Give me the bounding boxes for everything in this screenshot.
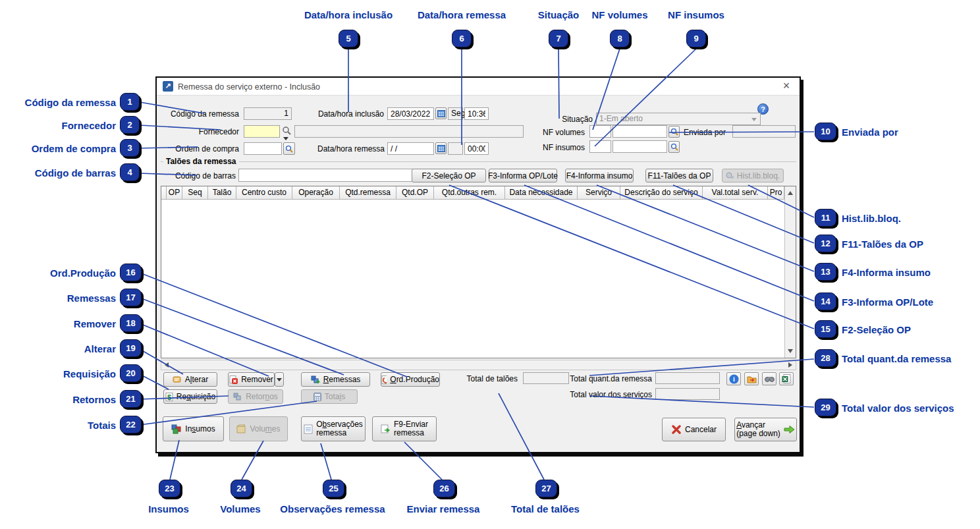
callout-label-13: F4-Informa insumo	[842, 267, 931, 278]
nf-volumes-serie-input[interactable]	[589, 125, 611, 138]
callout-label-18: Remover	[74, 318, 116, 329]
taloes-table[interactable]: OP Seq Talão Centro custo Operação Qtd.r…	[161, 186, 796, 358]
total-quant-label: Total quant.da remessa	[558, 374, 652, 384]
observacoes-remessa-button[interactable]: Observações remessa	[301, 416, 366, 441]
search-icon	[285, 145, 293, 153]
callout-badge-26: 26	[433, 480, 455, 497]
app-icon: ↗	[163, 81, 173, 92]
calendar-icon	[437, 144, 445, 152]
callout-badge-18: 18	[120, 314, 142, 332]
export-button[interactable]	[744, 372, 759, 385]
nf-insumos-serie-input[interactable]	[589, 140, 611, 153]
table-col-op[interactable]: OP	[167, 186, 182, 200]
binoculars-icon	[765, 375, 775, 383]
f2-selecao-op-button[interactable]: F2-Seleção OP	[412, 169, 486, 182]
callout-label-7: Situação	[538, 9, 580, 20]
notepad-icon	[304, 424, 313, 434]
hist-lib-bloq-button[interactable]: Hist.lib.bloq.	[722, 169, 784, 182]
remover-button[interactable]: Remover	[228, 372, 275, 387]
nf-insumos-search-button[interactable]	[668, 141, 680, 153]
alterar-button[interactable]: Alterar	[163, 372, 217, 387]
table-col-qtd-remessa[interactable]: Qtd.remessa	[340, 186, 396, 200]
callout-badge-1: 1	[120, 93, 140, 111]
cancelar-button[interactable]: Cancelar	[662, 418, 726, 441]
callout-badge-28: 28	[815, 349, 836, 367]
callout-label-2: Fornecedor	[61, 120, 116, 131]
insumos-button[interactable]: Insumos	[163, 416, 224, 441]
remessas-button[interactable]: Remessas	[301, 372, 370, 387]
horizontal-scrollbar[interactable]	[161, 360, 796, 370]
callout-label-22: Totais	[88, 420, 116, 431]
avancar-button[interactable]: Avançar (page down)	[734, 418, 797, 441]
table-col-talao[interactable]: Talão	[208, 186, 236, 200]
search-icon[interactable]	[282, 126, 292, 136]
fornecedor-code-input[interactable]	[244, 125, 280, 138]
situacao-select[interactable]: 1-Em aberto	[596, 113, 761, 125]
scroll-right-icon[interactable]	[788, 362, 792, 368]
f4-informa-insumo-button[interactable]: F4-Informa insumo	[565, 169, 634, 182]
volumes-button[interactable]: Volumes	[229, 416, 288, 441]
f9-enviar-remessa-button[interactable]: F9-Enviar remessa	[372, 416, 437, 441]
table-col-centro-custo[interactable]: Centro custo	[236, 186, 292, 200]
data-remessa-calendar-button[interactable]	[435, 142, 447, 154]
requisicao-button[interactable]: $ Requisição	[163, 389, 217, 404]
table-col-qtd-op[interactable]: Qtd.OP	[396, 186, 434, 200]
data-remessa-date-input[interactable]	[387, 142, 434, 155]
scroll-up-icon[interactable]	[788, 191, 793, 195]
nf-volumes-search-button[interactable]	[668, 126, 680, 138]
callout-label-28: Total quant.da remessa	[842, 353, 951, 364]
callout-badge-23: 23	[159, 480, 180, 497]
ordem-compra-input[interactable]	[244, 142, 282, 155]
table-col-servico[interactable]: Serviço	[578, 186, 620, 200]
callout-badge-4: 4	[120, 163, 140, 181]
info-button[interactable]: i	[726, 372, 741, 385]
total-valor-field	[655, 388, 720, 400]
scroll-left-icon[interactable]	[165, 362, 169, 368]
callout-badge-10: 10	[815, 123, 836, 140]
close-icon[interactable]: ×	[780, 79, 793, 93]
codigo-barras-input[interactable]	[238, 169, 414, 182]
callout-label-21: Retornos	[72, 394, 116, 405]
excel-export-button[interactable]	[779, 372, 794, 385]
cancel-x-icon	[671, 425, 682, 434]
totais-button[interactable]: Totais	[301, 389, 358, 404]
table-col-qtd-outras[interactable]: Qtd.outras rem.	[434, 186, 505, 200]
data-inclusao-date-input[interactable]	[387, 107, 434, 120]
callout-label-1: Código da remessa	[25, 97, 116, 108]
table-col-seq[interactable]: Seq	[182, 186, 208, 200]
callout-label-26: Enviar remessa	[407, 503, 480, 515]
nf-insumos-numero-input[interactable]	[612, 140, 667, 153]
table-col-blank[interactable]	[161, 186, 167, 200]
callout-badge-2: 2	[120, 116, 140, 134]
callout-badge-27: 27	[535, 480, 557, 497]
callout-badge-20: 20	[120, 364, 142, 382]
data-inclusao-time-input[interactable]	[464, 107, 489, 120]
search-records-button[interactable]	[762, 372, 776, 385]
callout-label-20: Requisição	[63, 368, 116, 379]
window-title: Remessa do serviço externo - Inclusão	[178, 82, 320, 92]
nf-volumes-numero-input[interactable]	[612, 125, 667, 138]
page: { "colors": { "annotation_text": "#0a36a…	[0, 0, 980, 529]
f11-taloes-op-button[interactable]: F11-Talões da OP	[645, 169, 713, 182]
info-icon: i	[729, 374, 739, 384]
retornos-button[interactable]: Retornos	[228, 389, 283, 404]
callout-label-8: NF volumes	[591, 9, 647, 20]
data-inclusao-calendar-button[interactable]	[435, 107, 447, 119]
table-col-pro[interactable]: Pro	[768, 186, 784, 200]
codigo-remessa-label: Código da remessa	[166, 109, 239, 119]
calculator-icon	[313, 393, 321, 401]
table-col-val-total[interactable]: Val.total serv.	[703, 186, 768, 200]
table-col-operacao[interactable]: Operação	[292, 186, 340, 200]
vertical-scrollbar[interactable]	[784, 186, 796, 358]
scroll-down-icon[interactable]	[788, 349, 793, 353]
table-header-row: OP Seq Talão Centro custo Operação Qtd.r…	[161, 186, 784, 200]
data-remessa-time-input[interactable]	[464, 142, 489, 155]
f3-informa-op-lote-button[interactable]: F3-Informa OP/Lote	[489, 169, 557, 182]
fornecedor-dropdown-icon[interactable]	[283, 137, 288, 140]
table-col-data-necessidade[interactable]: Data necessidade	[505, 186, 578, 200]
ordem-compra-label: Ordem de compra	[173, 144, 239, 154]
callout-badge-15: 15	[815, 320, 836, 338]
table-col-descricao[interactable]: Descrição do serviço	[620, 186, 703, 200]
ordem-compra-search-button[interactable]	[283, 142, 295, 155]
remover-split-button[interactable]	[275, 372, 284, 387]
